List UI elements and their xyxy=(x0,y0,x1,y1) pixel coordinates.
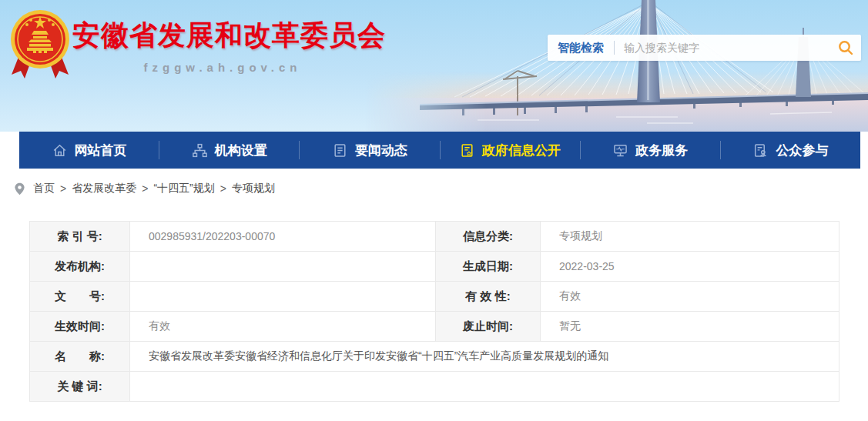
nav-item-home[interactable]: 网站首页 xyxy=(19,132,159,169)
table-row: 名 称: 安徽省发展改革委安徽省经济和信息化厅关于印发安徽省“十四五”汽车产业高… xyxy=(30,342,840,372)
nav-label: 政府信息公开 xyxy=(482,142,561,159)
search-button[interactable] xyxy=(830,35,861,61)
table-row: 关 键 词: xyxy=(30,372,840,402)
participation-icon xyxy=(752,142,769,159)
info-disclosure-icon xyxy=(459,142,475,159)
issuing-agency-value xyxy=(130,252,436,282)
search-input[interactable] xyxy=(615,42,830,54)
nav-item-public-participation[interactable]: 公众参与 xyxy=(721,132,860,169)
nav-label: 公众参与 xyxy=(776,142,828,159)
index-number-label: 索 引 号: xyxy=(30,222,130,252)
breadcrumb-item-commission[interactable]: 省发展改革委 xyxy=(72,182,136,195)
title-value: 安徽省发展改革委安徽省经济和信息化厅关于印发安徽省“十四五”汽车产业高质量发展规… xyxy=(130,342,840,372)
org-chart-icon xyxy=(192,142,208,159)
main-navigation: 网站首页 机构设置 要闻动态 政府信息公开 政务服务 公众参与 xyxy=(19,132,860,169)
site-url: fzggw.ah.gov.cn xyxy=(72,61,373,74)
info-category-value: 专项规划 xyxy=(541,222,840,252)
search-bar: 智能检索 xyxy=(548,35,861,61)
nav-item-organization[interactable]: 机构设置 xyxy=(159,132,299,169)
site-brand: 安徽省发展和改革委员会 fzggw.ah.gov.cn xyxy=(72,17,386,74)
table-row: 索 引 号: 002985931/202203-00070 信息分类: 专项规划 xyxy=(30,222,840,252)
monitor-icon xyxy=(612,142,628,159)
validity-label: 有 效 性: xyxy=(436,282,541,312)
location-pin-icon xyxy=(12,182,27,196)
issuing-agency-label: 发布机构: xyxy=(30,252,130,282)
creation-date-label: 生成日期: xyxy=(436,252,541,282)
keywords-label: 关 键 词: xyxy=(30,372,130,402)
site-title: 安徽省发展和改革委员会 xyxy=(72,17,386,55)
breadcrumb-item-14th-plan[interactable]: “十四五”规划 xyxy=(153,182,214,195)
nav-item-news[interactable]: 要闻动态 xyxy=(300,132,439,169)
site-header: 安徽省发展和改革委员会 fzggw.ah.gov.cn 智能检索 xyxy=(0,0,868,132)
document-metadata-table: 索 引 号: 002985931/202203-00070 信息分类: 专项规划… xyxy=(29,221,840,402)
national-emblem-logo xyxy=(9,7,71,81)
validity-value: 有效 xyxy=(541,282,840,312)
breadcrumb-separator: > xyxy=(60,182,66,195)
nav-label: 机构设置 xyxy=(215,142,267,159)
breadcrumb-separator: > xyxy=(142,182,148,195)
breadcrumb-separator: > xyxy=(220,182,226,195)
search-icon xyxy=(837,39,854,56)
nav-label: 政务服务 xyxy=(635,142,688,159)
breadcrumb-trail: 首页 > 省发展改革委 > “十四五”规划 > 专项规划 xyxy=(33,182,275,195)
nav-item-services[interactable]: 政务服务 xyxy=(581,132,720,169)
breadcrumb: 首页 > 省发展改革委 > “十四五”规划 > 专项规划 xyxy=(0,169,868,209)
table-row: 文 号: 有 效 性: 有效 xyxy=(30,282,840,312)
breadcrumb-item-special-plan[interactable]: 专项规划 xyxy=(232,182,275,195)
info-category-label: 信息分类: xyxy=(436,222,541,252)
document-number-value xyxy=(130,282,436,312)
nav-item-info-disclosure[interactable]: 政府信息公开 xyxy=(441,132,580,169)
keywords-value xyxy=(130,372,840,402)
breadcrumb-item-home[interactable]: 首页 xyxy=(33,182,55,195)
table-row: 发布机构: 生成日期: 2022-03-25 xyxy=(30,252,840,282)
news-icon xyxy=(332,142,348,159)
nav-label: 网站首页 xyxy=(75,142,127,159)
smart-search-label[interactable]: 智能检索 xyxy=(548,41,614,55)
effective-time-value: 有效 xyxy=(130,312,436,342)
nav-label: 要闻动态 xyxy=(355,142,407,159)
effective-time-label: 生效时间: xyxy=(30,312,130,342)
creation-date-value: 2022-03-25 xyxy=(541,252,840,282)
abolition-time-value: 暂无 xyxy=(541,312,840,342)
index-number-value: 002985931/202203-00070 xyxy=(130,222,436,252)
document-number-label: 文 号: xyxy=(30,282,130,312)
title-label: 名 称: xyxy=(30,342,130,372)
home-icon xyxy=(52,142,68,159)
table-row: 生效时间: 有效 废止时间: 暂无 xyxy=(30,312,840,342)
abolition-time-label: 废止时间: xyxy=(436,312,541,342)
